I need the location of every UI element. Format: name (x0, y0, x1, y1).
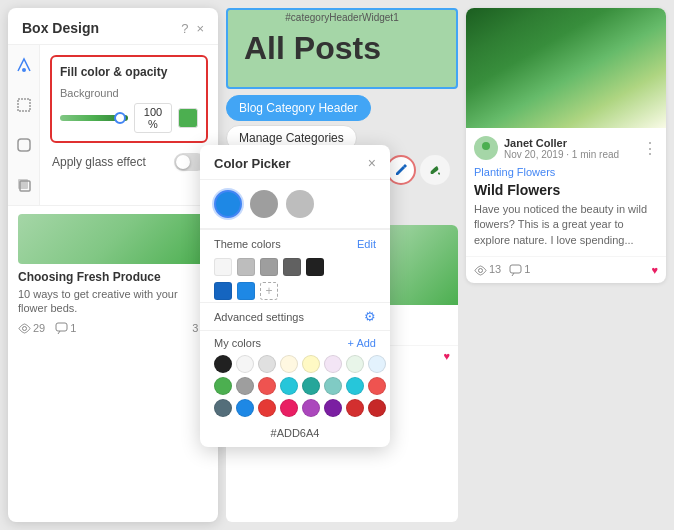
post-card-footer: 13 1 ♥ (466, 256, 666, 283)
cp-hex-display: #ADD6A4 (200, 423, 390, 439)
cp-theme-colors-label: Theme colors (214, 238, 281, 250)
mc-cream[interactable] (280, 355, 298, 373)
widget-id-label: #categoryHeaderWidget1 (285, 12, 398, 23)
three-dots-menu[interactable]: ⋮ (642, 139, 658, 158)
left-post-desc: 10 ways to get creative with your flower… (18, 287, 208, 316)
cp-circle-blue[interactable] (214, 190, 242, 218)
sidebar-icon-corner[interactable] (12, 133, 36, 157)
right-post-card: Janet Coller Nov 20, 2019 · 1 min read ⋮… (466, 8, 666, 283)
color-swatch-preview[interactable] (178, 108, 198, 128)
swatch-black[interactable] (306, 258, 324, 276)
mc-lavender[interactable] (324, 355, 342, 373)
mc-teal-light[interactable] (324, 377, 342, 395)
cp-header: Color Picker × (200, 145, 390, 180)
mc-green[interactable] (214, 377, 232, 395)
cp-settings-icon[interactable]: ⚙ (364, 309, 376, 324)
post-category[interactable]: Planting Flowers (474, 166, 658, 178)
comments-count: 1 (55, 322, 76, 336)
mc-purple[interactable] (302, 399, 320, 417)
right-views: 13 (474, 263, 501, 277)
my-colors-grid (214, 355, 376, 417)
mc-black[interactable] (214, 355, 232, 373)
opacity-thumb (114, 112, 126, 124)
mc-pink[interactable] (280, 399, 298, 417)
mc-gray2[interactable] (236, 377, 254, 395)
mc-cyan[interactable] (280, 377, 298, 395)
sidebar-icon-border[interactable] (12, 93, 36, 117)
mc-yellow[interactable] (302, 355, 320, 373)
close-icon[interactable]: × (196, 21, 204, 36)
fill-section-title: Fill color & opacity (60, 65, 198, 79)
opacity-value[interactable]: 100 % (134, 103, 172, 133)
panel-title: Box Design (22, 20, 99, 36)
svg-rect-1 (18, 99, 30, 111)
opacity-row: 100 % (60, 103, 198, 133)
cp-edit-link[interactable]: Edit (357, 238, 376, 250)
panel-sidebar: Fill color & opacity Background 100 % Ap… (8, 45, 218, 205)
swatch-blue-dark[interactable] (214, 282, 232, 300)
bg-label: Background (60, 87, 198, 99)
mc-blue[interactable] (236, 399, 254, 417)
mc-slate[interactable] (214, 399, 232, 417)
cp-close-icon[interactable]: × (368, 155, 376, 171)
opacity-slider[interactable] (60, 110, 128, 126)
mc-red2[interactable] (368, 377, 386, 395)
left-post-image (18, 214, 208, 264)
tab-blog-category-header[interactable]: Blog Category Header (226, 95, 371, 121)
mc-light[interactable] (258, 355, 276, 373)
toolbar-btn-paint[interactable] (420, 155, 450, 185)
cp-my-colors-label: My colors (214, 337, 261, 349)
svg-point-10 (482, 142, 490, 150)
help-icon[interactable]: ? (181, 21, 188, 36)
opacity-track (60, 115, 128, 121)
swatch-light-gray[interactable] (237, 258, 255, 276)
left-blog-preview: Choosing Fresh Produce 10 ways to get cr… (8, 205, 218, 341)
right-post-image (466, 8, 666, 128)
swatch-medium-gray[interactable] (260, 258, 278, 276)
mc-darker-red[interactable] (368, 399, 386, 417)
svg-rect-6 (56, 323, 67, 331)
panel-header-icons: ? × (181, 21, 204, 36)
panel-header: Box Design ? × (8, 8, 218, 45)
toolbar-btn-edit[interactable] (386, 155, 416, 185)
fill-section: Fill color & opacity Background 100 % (50, 55, 208, 143)
glass-label: Apply glass effect (52, 155, 146, 169)
cp-theme-swatches (200, 254, 390, 280)
svg-point-5 (23, 327, 27, 331)
cp-circle-light-gray[interactable] (286, 190, 314, 218)
cp-advanced-settings: Advanced settings ⚙ (200, 302, 390, 331)
svg-point-11 (479, 268, 483, 272)
mc-red3[interactable] (258, 399, 276, 417)
swatch-add-btn[interactable]: + (260, 282, 278, 300)
sidebar-icon-shadow[interactable] (12, 173, 36, 197)
panel-content: Fill color & opacity Background 100 % Ap… (40, 45, 218, 205)
views-count: 29 (18, 322, 45, 336)
mc-mint[interactable] (346, 355, 364, 373)
swatch-dark-gray[interactable] (283, 258, 301, 276)
cp-theme-swatches-row2: + (200, 280, 390, 302)
cp-circle-gray[interactable] (250, 190, 278, 218)
mc-red[interactable] (258, 377, 276, 395)
svg-rect-2 (18, 139, 30, 151)
swatch-white[interactable] (214, 258, 232, 276)
author-avatar (474, 136, 498, 160)
mc-deep-purple[interactable] (324, 399, 342, 417)
author-meta: Nov 20, 2019 · 1 min read (504, 149, 636, 160)
cp-my-colors-header: My colors + Add (214, 337, 376, 349)
right-post-body: Janet Coller Nov 20, 2019 · 1 min read ⋮… (466, 128, 666, 256)
sidebar-icon-fill[interactable] (12, 53, 36, 77)
mc-cyan2[interactable] (346, 377, 364, 395)
mc-white[interactable] (236, 355, 254, 373)
left-post-footer: 29 1 3 ♥ (18, 322, 208, 336)
post-excerpt: Have you noticed the beauty in wild flow… (474, 202, 658, 248)
post-title: Wild Flowers (474, 182, 658, 198)
mc-dark-red[interactable] (346, 399, 364, 417)
mc-teal[interactable] (302, 377, 320, 395)
right-heart-icon[interactable]: ♥ (651, 264, 658, 276)
mc-sky[interactable] (368, 355, 386, 373)
swatch-blue-mid[interactable] (237, 282, 255, 300)
cp-my-colors-add[interactable]: + Add (348, 337, 376, 349)
author-row: Janet Coller Nov 20, 2019 · 1 min read ⋮ (474, 136, 658, 160)
box-design-panel: Box Design ? × (8, 8, 218, 522)
cp-theme-colors-header: Theme colors Edit (200, 230, 390, 254)
